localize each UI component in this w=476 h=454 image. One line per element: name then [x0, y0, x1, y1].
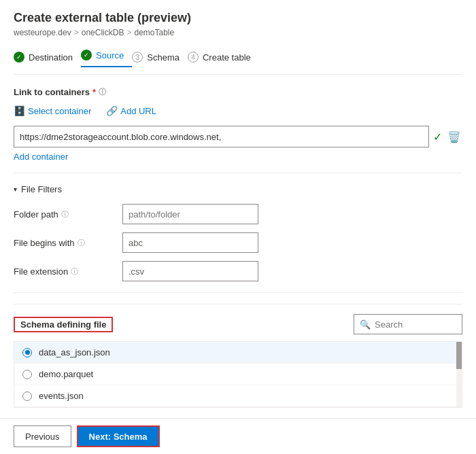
- file-item-0[interactable]: data_as_json.json: [14, 342, 462, 364]
- schema-section: Schema defining file 🔍 data_as_json.json…: [14, 304, 462, 408]
- add-url-tab[interactable]: 🔗 Add URL: [106, 103, 165, 119]
- select-container-label: Select container: [28, 106, 91, 116]
- search-icon: 🔍: [360, 319, 371, 330]
- add-url-label: Add URL: [120, 106, 156, 116]
- file-extension-input[interactable]: [122, 261, 258, 281]
- breadcrumb-sep2: >: [126, 28, 131, 37]
- file-list: data_as_json.json demo.parquet events.js…: [14, 341, 462, 408]
- step-schema[interactable]: 3 Schema: [132, 49, 188, 65]
- file-name-1: demo.parquet: [39, 369, 93, 379]
- page-title: Create external table (preview): [14, 11, 462, 25]
- step-source[interactable]: ✓ Source: [81, 47, 132, 67]
- select-container-tab[interactable]: 🗄️ Select container: [14, 103, 99, 119]
- file-extension-info-icon[interactable]: ⓘ: [71, 266, 78, 277]
- step-create-table[interactable]: 4 Create table: [188, 49, 259, 65]
- url-check-icon: ✓: [433, 130, 442, 143]
- file-filters-header[interactable]: ▾ File Filters: [14, 184, 462, 194]
- step-source-label: Source: [96, 50, 124, 60]
- source-check-icon: ✓: [81, 50, 92, 60]
- file-filters-section: ▾ File Filters Folder path ⓘ File begins…: [14, 184, 462, 281]
- file-name-2: events.json: [39, 391, 84, 401]
- previous-button[interactable]: Previous: [14, 425, 71, 447]
- footer: Previous Next: Schema: [0, 418, 476, 454]
- url-row: ✓ 🗑️: [14, 126, 462, 147]
- file-begins-with-label: File begins with ⓘ: [14, 238, 122, 248]
- scrollbar-track: [456, 342, 462, 407]
- steps-bar: ✓ Destination ✓ Source 3 Schema 4 Create…: [14, 47, 462, 75]
- divider1: [14, 173, 462, 173]
- file-begins-with-input[interactable]: [122, 232, 258, 253]
- schema-header-row: Schema defining file 🔍: [14, 314, 462, 334]
- chevron-down-icon: ▾: [14, 186, 17, 193]
- radio-inner-0: [25, 350, 30, 355]
- file-begins-with-info-icon[interactable]: ⓘ: [78, 238, 85, 248]
- required-star: *: [92, 87, 96, 97]
- radio-0[interactable]: [22, 348, 32, 357]
- add-url-icon: 🔗: [106, 105, 118, 116]
- file-extension-row: File extension ⓘ: [14, 261, 462, 281]
- search-box[interactable]: 🔍: [354, 314, 462, 334]
- step-schema-label: Schema: [147, 52, 180, 63]
- scrollbar-thumb[interactable]: [456, 342, 462, 369]
- destination-check-icon: ✓: [14, 52, 24, 63]
- file-item-1[interactable]: demo.parquet: [14, 364, 462, 385]
- add-container-link[interactable]: Add container: [14, 152, 68, 162]
- create-table-num-icon: 4: [188, 52, 199, 63]
- link-containers-info-icon[interactable]: ⓘ: [99, 87, 106, 97]
- breadcrumb: westeurope.dev > oneClickDB > demoTable: [14, 28, 462, 37]
- file-extension-label: File extension ⓘ: [14, 266, 122, 277]
- breadcrumb-part1: westeurope.dev: [14, 28, 71, 37]
- step-destination-label: Destination: [29, 52, 73, 63]
- folder-path-row: Folder path ⓘ: [14, 204, 462, 224]
- breadcrumb-part2: oneClickDB: [82, 28, 124, 37]
- breadcrumb-part3: demoTable: [134, 28, 174, 37]
- schema-num-icon: 3: [132, 52, 143, 63]
- breadcrumb-sep1: >: [74, 28, 79, 37]
- file-item-2[interactable]: events.json: [14, 385, 462, 407]
- radio-2[interactable]: [22, 391, 32, 401]
- link-to-containers-label: Link to containers * ⓘ: [14, 87, 462, 97]
- folder-path-label: Folder path ⓘ: [14, 209, 122, 220]
- folder-path-info-icon[interactable]: ⓘ: [61, 209, 69, 220]
- file-filters-label: File Filters: [21, 184, 62, 194]
- step-create-table-label: Create table: [203, 52, 251, 63]
- file-begins-with-row: File begins with ⓘ: [14, 232, 462, 253]
- radio-1[interactable]: [22, 370, 32, 379]
- url-delete-icon[interactable]: 🗑️: [446, 129, 462, 145]
- url-input[interactable]: [14, 126, 429, 147]
- folder-path-input[interactable]: [122, 204, 258, 224]
- search-input[interactable]: [375, 319, 456, 330]
- divider2: [14, 292, 462, 293]
- step-destination[interactable]: ✓ Destination: [14, 49, 81, 65]
- schema-defining-file-title: Schema defining file: [14, 317, 113, 332]
- next-schema-button[interactable]: Next: Schema: [77, 425, 160, 447]
- select-container-icon: 🗄️: [14, 105, 25, 116]
- tab-links: 🗄️ Select container 🔗 Add URL: [14, 103, 462, 119]
- file-name-0: data_as_json.json: [39, 347, 110, 357]
